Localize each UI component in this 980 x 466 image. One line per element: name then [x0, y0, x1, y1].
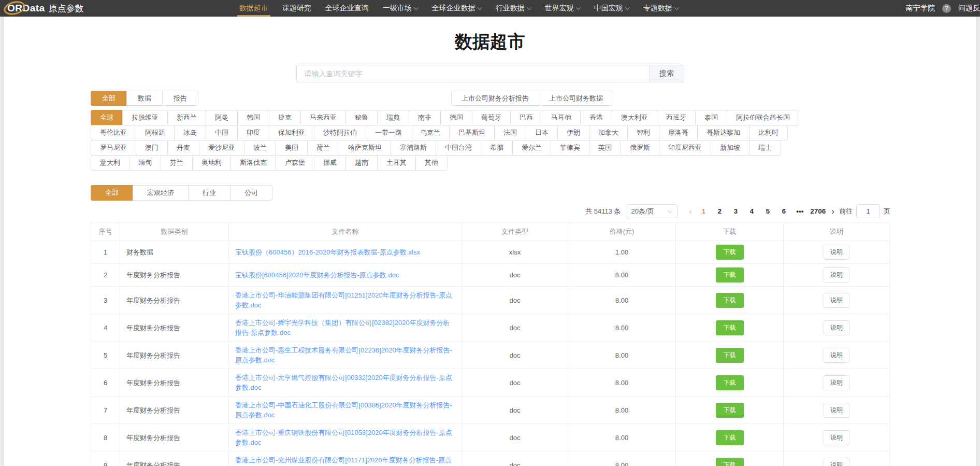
info-button[interactable]: 说明: [824, 293, 849, 308]
nav-item-global-company-data[interactable]: 全球企业数据: [432, 0, 482, 17]
region-filter[interactable]: 瑞典: [377, 110, 409, 125]
region-filter[interactable]: 挪威: [314, 155, 346, 171]
page-number-5[interactable]: 5: [762, 207, 773, 215]
file-link[interactable]: 香港上市公司-中国石油化工股份有限公司[00386]2020年度财务分析报告-原…: [235, 401, 452, 419]
prev-page-button[interactable]: [688, 207, 694, 216]
page-number-last[interactable]: 2706: [810, 207, 826, 215]
category-tab-industry[interactable]: 行业: [188, 185, 230, 201]
nav-item-world-macro[interactable]: 世界宏观: [545, 0, 580, 17]
info-button[interactable]: 说明: [824, 348, 849, 363]
category-tab-all[interactable]: 全部: [91, 185, 133, 201]
page-number-1[interactable]: 1: [698, 207, 709, 215]
region-filter[interactable]: 南非: [409, 110, 441, 125]
region-filter[interactable]: 阿根廷: [136, 125, 175, 140]
download-button[interactable]: 下载: [716, 430, 744, 445]
question-circle-icon[interactable]: [942, 4, 951, 13]
region-filter[interactable]: 巴基斯坦: [449, 125, 495, 140]
region-filter[interactable]: 马来西亚: [300, 110, 346, 125]
region-filter[interactable]: 澳门: [136, 140, 168, 156]
info-button[interactable]: 说明: [824, 458, 849, 466]
region-filter[interactable]: 伊朗: [557, 125, 589, 140]
region-filter[interactable]: 奥地利: [192, 155, 231, 171]
download-button[interactable]: 下载: [716, 348, 744, 363]
region-filter[interactable]: 印度尼西亚: [659, 140, 711, 156]
nav-item-primary-market[interactable]: 一级市场: [383, 0, 418, 17]
region-filter[interactable]: 美国: [276, 140, 308, 156]
region-filter[interactable]: 阿拉伯联合酋长国: [727, 110, 799, 125]
region-filter[interactable]: 马耳他: [542, 110, 581, 125]
region-filter[interactable]: 意大利: [91, 155, 129, 171]
region-filter[interactable]: 乌克兰: [411, 125, 450, 140]
region-filter[interactable]: 沙特阿拉伯: [314, 125, 366, 140]
type-tab-all[interactable]: 全部: [91, 91, 127, 106]
download-button[interactable]: 下载: [716, 245, 744, 260]
region-filter[interactable]: 泰国: [695, 110, 727, 125]
goto-page-input[interactable]: [856, 204, 880, 218]
page-number-4[interactable]: 4: [746, 207, 757, 215]
region-filter[interactable]: 西班牙: [657, 110, 696, 125]
region-filter[interactable]: 中国: [206, 125, 238, 140]
file-link[interactable]: 宝钛股份[600456]2020年度财务分析报告-原点参数.doc: [235, 271, 399, 279]
region-filter[interactable]: 菲律宾: [551, 140, 589, 156]
page-number-6[interactable]: 6: [778, 207, 789, 215]
region-filter[interactable]: 葡萄牙: [472, 110, 511, 125]
region-filter[interactable]: 芬兰: [161, 155, 193, 171]
nav-item-special-data[interactable]: 专题数据: [643, 0, 679, 17]
file-link[interactable]: 香港上市公司-兖州煤业股份有限公司[01171]2020年度财务分析报告-原点参…: [235, 456, 452, 466]
nav-item-industry-data[interactable]: 行业数据: [496, 0, 531, 17]
region-filter[interactable]: 智利: [627, 125, 659, 140]
region-filter[interactable]: 保加利亚: [269, 125, 314, 140]
type-tab-report[interactable]: 报告: [162, 91, 198, 106]
file-link[interactable]: 香港上市公司-惠生工程技术服务有限公司[02236]2020年度财务分析报告-原…: [235, 346, 452, 364]
region-filter[interactable]: 香港: [580, 110, 612, 125]
region-filter[interactable]: 新加坡: [711, 140, 750, 156]
file-link[interactable]: 香港上市公司-华油能源集团有限公司[01251]2020年度财务分析报告-原点参…: [235, 291, 452, 309]
info-button[interactable]: 说明: [824, 375, 849, 390]
search-input[interactable]: [296, 65, 650, 82]
nav-item-data-market[interactable]: 数据超市: [239, 0, 268, 17]
region-filter[interactable]: 全球: [91, 110, 123, 125]
download-button[interactable]: 下载: [716, 267, 744, 283]
info-button[interactable]: 说明: [824, 403, 849, 418]
region-filter[interactable]: 韩国: [237, 110, 269, 125]
region-filter[interactable]: 比利时: [749, 125, 788, 140]
category-tab-macro[interactable]: 宏观经济: [133, 185, 189, 201]
info-button[interactable]: 说明: [824, 320, 849, 335]
download-button[interactable]: 下载: [716, 403, 744, 418]
region-filter[interactable]: 波兰: [244, 140, 276, 156]
region-filter[interactable]: 俄罗斯: [621, 140, 659, 156]
region-filter[interactable]: 日本: [526, 125, 558, 140]
region-filter[interactable]: 希腊: [481, 140, 513, 156]
region-filter[interactable]: 秘鲁: [345, 110, 378, 125]
user-org-link[interactable]: 南宁学院: [906, 4, 935, 13]
page-number-3[interactable]: 3: [730, 207, 741, 215]
download-button[interactable]: 下载: [716, 375, 744, 390]
region-filter[interactable]: 冰岛: [174, 125, 206, 140]
region-filter[interactable]: 捷克: [269, 110, 301, 125]
region-filter[interactable]: 丹麦: [167, 140, 199, 156]
info-button[interactable]: 说明: [824, 430, 849, 445]
region-filter[interactable]: 斯洛伐克: [230, 155, 276, 171]
region-filter[interactable]: 卢森堡: [276, 155, 314, 171]
feedback-link[interactable]: 问题反馈: [958, 4, 980, 13]
file-link[interactable]: 宝钛股份（600456）2016-2020年财务报表数据-原点参数.xlsx: [235, 248, 420, 256]
region-filter[interactable]: 拉脱维亚: [122, 110, 168, 125]
region-filter[interactable]: 英国: [589, 140, 621, 156]
region-filter[interactable]: 其他: [415, 155, 448, 171]
file-link[interactable]: 香港上市公司-舜宇光学科技（集团）有限公司[02382]2020年度财务分析报告…: [235, 319, 450, 336]
file-link[interactable]: 香港上市公司-重庆钢铁股份有限公司[01053]2020年度财务分析报告-原点参…: [235, 429, 452, 446]
region-filter[interactable]: 中国台湾: [436, 140, 481, 156]
region-filter[interactable]: 罗马尼亚: [91, 140, 136, 156]
nav-item-china-macro[interactable]: 中国宏观: [594, 0, 629, 17]
region-filter[interactable]: 澳大利亚: [612, 110, 657, 125]
region-filter[interactable]: 塞浦路斯: [391, 140, 436, 156]
page-number-2[interactable]: 2: [714, 207, 725, 215]
region-filter[interactable]: 荷兰: [307, 140, 339, 156]
file-link[interactable]: 香港上市公司-元亨燃气控股有限公司[00332]2020年度财务分析报告-原点参…: [235, 374, 452, 391]
region-filter[interactable]: 瑞士: [749, 140, 781, 156]
region-filter[interactable]: 哈萨克斯坦: [339, 140, 391, 156]
quick-link-analysis-report[interactable]: 上市公司财务分析报告: [451, 91, 539, 106]
nav-item-company-search[interactable]: 全球企业查询: [325, 0, 369, 17]
info-button[interactable]: 说明: [824, 267, 849, 283]
region-filter[interactable]: 阿曼: [206, 110, 238, 125]
